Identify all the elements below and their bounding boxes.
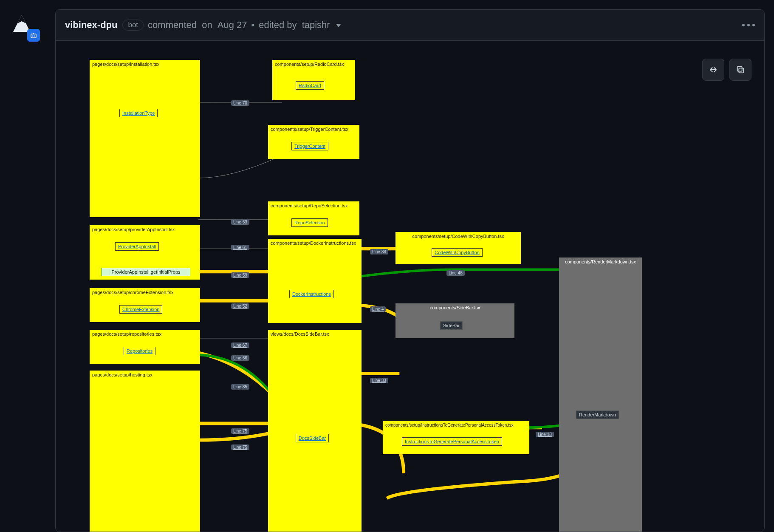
link-reposelection[interactable]: RepoSelection [294, 220, 325, 225]
bot-badge: bot [122, 20, 144, 31]
line-label[interactable]: Line 59 [231, 272, 249, 278]
line-label[interactable]: Line 52 [231, 303, 249, 309]
diagram-canvas[interactable]: Line 70 Line 63 Line 61 Line 59 Line 52 … [56, 41, 764, 532]
link-codewithcopy[interactable]: CodeWithCopyButton [435, 250, 480, 255]
node-installation[interactable]: pages/docs/setup/installation.tsx Instal… [90, 60, 200, 217]
item-rendermarkdown[interactable]: RenderMarkdown [579, 412, 616, 417]
node-docssidebar[interactable]: views/docs/DocsSideBar.tsx DocsSideBar [268, 330, 362, 532]
link-docssidebar[interactable]: DocsSideBar [299, 436, 326, 441]
line-label[interactable]: Line 48 [446, 270, 465, 276]
chevron-down-icon [336, 24, 341, 27]
comment-container: vibinex-dpu bot commented on Aug 27 • ed… [55, 9, 765, 532]
node-dockerinstructions[interactable]: components/setup/DockerInstructions.tsx … [268, 239, 362, 323]
link-installationtype[interactable]: InstallationType [122, 110, 155, 116]
node-chromeextension[interactable]: pages/docs/setup/chromeExtension.tsx Chr… [90, 288, 200, 322]
edited-indicator[interactable]: edited by tapishr [259, 20, 341, 31]
svg-point-3 [32, 35, 33, 36]
link-dockerinstructions[interactable]: DockerInstructions [292, 291, 331, 297]
comment-header: vibinex-dpu bot commented on Aug 27 • ed… [56, 10, 764, 41]
node-codewithcopy[interactable]: components/setup/CodeWithCopyButton.tsx … [395, 232, 521, 264]
node-providerappinstall[interactable]: pages/docs/setup/providerAppInstall.tsx … [90, 225, 200, 280]
line-label[interactable]: Line 18 [536, 432, 554, 437]
node-reposelection[interactable]: components/setup/RepoSelection.tsx RepoS… [268, 201, 359, 235]
node-rendermarkdown[interactable]: components/RenderMarkdown.tsx RenderMark… [559, 258, 642, 532]
link-repositories[interactable]: Repositories [127, 348, 153, 354]
action-text[interactable]: commented on Aug 27 [148, 20, 247, 31]
node-radiocard[interactable]: components/setup/RadioCard.tsx RadioCard [272, 60, 355, 100]
link-providerappinstall[interactable]: ProviderAppInstall [118, 244, 156, 249]
bot-icon [27, 29, 40, 42]
node-sidebar[interactable]: components/SideBar.tsx SideBar [395, 303, 514, 338]
line-label[interactable]: Line 70 [231, 100, 249, 106]
line-label[interactable]: Line 67 [231, 342, 249, 348]
line-label[interactable]: Line 38 [370, 249, 388, 255]
link-instructions-pat[interactable]: InstructionsToGeneratePersonalAccessToke… [405, 439, 499, 444]
node-repositories[interactable]: pages/docs/setup/repositories.tsx Reposi… [90, 330, 200, 364]
line-label[interactable]: Line 61 [231, 245, 249, 250]
link-triggercontent[interactable]: TriggerContent [294, 144, 325, 149]
node-hosting[interactable]: pages/docs/setup/hosting.tsx [90, 371, 200, 532]
link-radiocard[interactable]: RadioCard [299, 83, 321, 88]
avatar[interactable] [8, 9, 38, 40]
line-label[interactable]: Line 63 [231, 219, 249, 225]
node-triggercontent[interactable]: components/setup/TriggerContent.tsx Trig… [268, 125, 359, 159]
item-sidebar[interactable]: SideBar [443, 323, 460, 328]
line-label[interactable]: Line 66 [231, 355, 249, 361]
svg-rect-2 [31, 34, 36, 38]
kebab-menu[interactable] [742, 24, 755, 26]
line-label[interactable]: Line 75 [231, 428, 249, 434]
line-label[interactable]: Line 33 [370, 378, 388, 383]
link-chromeextension[interactable]: ChromeExtension [122, 307, 159, 312]
node-instructions-pat[interactable]: components/setup/InstructionsToGenerateP… [383, 421, 529, 454]
comment-body: Line 70 Line 63 Line 61 Line 59 Line 52 … [56, 41, 764, 532]
line-label[interactable]: Line 85 [231, 384, 249, 390]
svg-point-4 [34, 35, 35, 36]
line-label[interactable]: Line 4 [370, 306, 386, 312]
author-link[interactable]: vibinex-dpu [65, 20, 117, 31]
line-label[interactable]: Line 75 [231, 444, 249, 450]
item-getinitialprops[interactable]: ProviderAppInstall.getInitialProps [111, 269, 180, 274]
